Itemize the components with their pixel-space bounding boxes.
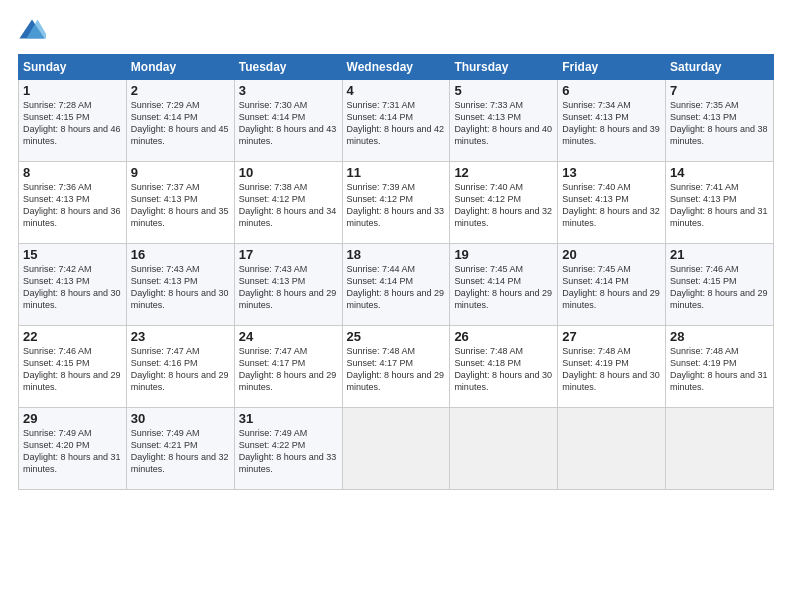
cell-info: Sunrise: 7:29 AMSunset: 4:14 PMDaylight:… (131, 99, 230, 148)
cell-info: Sunrise: 7:49 AMSunset: 4:21 PMDaylight:… (131, 427, 230, 476)
cell-info: Sunrise: 7:47 AMSunset: 4:17 PMDaylight:… (239, 345, 338, 394)
cell-info: Sunrise: 7:49 AMSunset: 4:20 PMDaylight:… (23, 427, 122, 476)
cell-info: Sunrise: 7:38 AMSunset: 4:12 PMDaylight:… (239, 181, 338, 230)
day-number: 23 (131, 329, 230, 344)
page: SundayMondayTuesdayWednesdayThursdayFrid… (0, 0, 792, 612)
day-number: 11 (347, 165, 446, 180)
day-number: 13 (562, 165, 661, 180)
day-number: 4 (347, 83, 446, 98)
weekday-header: Monday (126, 55, 234, 80)
calendar-cell (342, 408, 450, 490)
cell-info: Sunrise: 7:47 AMSunset: 4:16 PMDaylight:… (131, 345, 230, 394)
cell-info: Sunrise: 7:34 AMSunset: 4:13 PMDaylight:… (562, 99, 661, 148)
day-number: 21 (670, 247, 769, 262)
calendar-cell: 2 Sunrise: 7:29 AMSunset: 4:14 PMDayligh… (126, 80, 234, 162)
day-number: 31 (239, 411, 338, 426)
day-number: 7 (670, 83, 769, 98)
cell-info: Sunrise: 7:43 AMSunset: 4:13 PMDaylight:… (131, 263, 230, 312)
calendar-cell: 4 Sunrise: 7:31 AMSunset: 4:14 PMDayligh… (342, 80, 450, 162)
calendar-cell (558, 408, 666, 490)
calendar-cell: 20 Sunrise: 7:45 AMSunset: 4:14 PMDaylig… (558, 244, 666, 326)
day-number: 5 (454, 83, 553, 98)
calendar-cell: 9 Sunrise: 7:37 AMSunset: 4:13 PMDayligh… (126, 162, 234, 244)
calendar-cell: 23 Sunrise: 7:47 AMSunset: 4:16 PMDaylig… (126, 326, 234, 408)
cell-info: Sunrise: 7:40 AMSunset: 4:13 PMDaylight:… (562, 181, 661, 230)
day-number: 15 (23, 247, 122, 262)
cell-info: Sunrise: 7:39 AMSunset: 4:12 PMDaylight:… (347, 181, 446, 230)
calendar-cell: 31 Sunrise: 7:49 AMSunset: 4:22 PMDaylig… (234, 408, 342, 490)
day-number: 17 (239, 247, 338, 262)
calendar-cell (450, 408, 558, 490)
cell-info: Sunrise: 7:37 AMSunset: 4:13 PMDaylight:… (131, 181, 230, 230)
cell-info: Sunrise: 7:28 AMSunset: 4:15 PMDaylight:… (23, 99, 122, 148)
cell-info: Sunrise: 7:45 AMSunset: 4:14 PMDaylight:… (454, 263, 553, 312)
calendar-cell: 22 Sunrise: 7:46 AMSunset: 4:15 PMDaylig… (19, 326, 127, 408)
day-number: 2 (131, 83, 230, 98)
day-number: 3 (239, 83, 338, 98)
calendar-cell: 7 Sunrise: 7:35 AMSunset: 4:13 PMDayligh… (666, 80, 774, 162)
calendar-cell: 28 Sunrise: 7:48 AMSunset: 4:19 PMDaylig… (666, 326, 774, 408)
cell-info: Sunrise: 7:44 AMSunset: 4:14 PMDaylight:… (347, 263, 446, 312)
cell-info: Sunrise: 7:48 AMSunset: 4:19 PMDaylight:… (562, 345, 661, 394)
weekday-header: Thursday (450, 55, 558, 80)
cell-info: Sunrise: 7:30 AMSunset: 4:14 PMDaylight:… (239, 99, 338, 148)
calendar-week: 1 Sunrise: 7:28 AMSunset: 4:15 PMDayligh… (19, 80, 774, 162)
day-number: 1 (23, 83, 122, 98)
calendar-cell: 26 Sunrise: 7:48 AMSunset: 4:18 PMDaylig… (450, 326, 558, 408)
weekday-header: Sunday (19, 55, 127, 80)
day-number: 28 (670, 329, 769, 344)
weekday-header: Wednesday (342, 55, 450, 80)
day-number: 19 (454, 247, 553, 262)
day-number: 30 (131, 411, 230, 426)
calendar-week: 29 Sunrise: 7:49 AMSunset: 4:20 PMDaylig… (19, 408, 774, 490)
cell-info: Sunrise: 7:45 AMSunset: 4:14 PMDaylight:… (562, 263, 661, 312)
day-number: 26 (454, 329, 553, 344)
calendar-cell (666, 408, 774, 490)
calendar-cell: 10 Sunrise: 7:38 AMSunset: 4:12 PMDaylig… (234, 162, 342, 244)
calendar-week: 8 Sunrise: 7:36 AMSunset: 4:13 PMDayligh… (19, 162, 774, 244)
cell-info: Sunrise: 7:49 AMSunset: 4:22 PMDaylight:… (239, 427, 338, 476)
cell-info: Sunrise: 7:36 AMSunset: 4:13 PMDaylight:… (23, 181, 122, 230)
logo-icon (18, 16, 46, 44)
calendar-cell: 29 Sunrise: 7:49 AMSunset: 4:20 PMDaylig… (19, 408, 127, 490)
calendar-cell: 18 Sunrise: 7:44 AMSunset: 4:14 PMDaylig… (342, 244, 450, 326)
day-number: 12 (454, 165, 553, 180)
cell-info: Sunrise: 7:48 AMSunset: 4:18 PMDaylight:… (454, 345, 553, 394)
day-number: 6 (562, 83, 661, 98)
day-number: 27 (562, 329, 661, 344)
calendar-cell: 12 Sunrise: 7:40 AMSunset: 4:12 PMDaylig… (450, 162, 558, 244)
day-number: 24 (239, 329, 338, 344)
calendar-cell: 25 Sunrise: 7:48 AMSunset: 4:17 PMDaylig… (342, 326, 450, 408)
cell-info: Sunrise: 7:42 AMSunset: 4:13 PMDaylight:… (23, 263, 122, 312)
cell-info: Sunrise: 7:35 AMSunset: 4:13 PMDaylight:… (670, 99, 769, 148)
weekday-header: Tuesday (234, 55, 342, 80)
day-number: 16 (131, 247, 230, 262)
logo (18, 16, 50, 44)
calendar-cell: 19 Sunrise: 7:45 AMSunset: 4:14 PMDaylig… (450, 244, 558, 326)
cell-info: Sunrise: 7:46 AMSunset: 4:15 PMDaylight:… (670, 263, 769, 312)
calendar-cell: 17 Sunrise: 7:43 AMSunset: 4:13 PMDaylig… (234, 244, 342, 326)
cell-info: Sunrise: 7:33 AMSunset: 4:13 PMDaylight:… (454, 99, 553, 148)
calendar-cell: 14 Sunrise: 7:41 AMSunset: 4:13 PMDaylig… (666, 162, 774, 244)
calendar-week: 22 Sunrise: 7:46 AMSunset: 4:15 PMDaylig… (19, 326, 774, 408)
calendar-cell: 1 Sunrise: 7:28 AMSunset: 4:15 PMDayligh… (19, 80, 127, 162)
calendar-week: 15 Sunrise: 7:42 AMSunset: 4:13 PMDaylig… (19, 244, 774, 326)
calendar-cell: 24 Sunrise: 7:47 AMSunset: 4:17 PMDaylig… (234, 326, 342, 408)
day-number: 25 (347, 329, 446, 344)
calendar-cell: 5 Sunrise: 7:33 AMSunset: 4:13 PMDayligh… (450, 80, 558, 162)
cell-info: Sunrise: 7:46 AMSunset: 4:15 PMDaylight:… (23, 345, 122, 394)
weekday-header: Friday (558, 55, 666, 80)
cell-info: Sunrise: 7:48 AMSunset: 4:17 PMDaylight:… (347, 345, 446, 394)
calendar-cell: 8 Sunrise: 7:36 AMSunset: 4:13 PMDayligh… (19, 162, 127, 244)
day-number: 8 (23, 165, 122, 180)
calendar-cell: 15 Sunrise: 7:42 AMSunset: 4:13 PMDaylig… (19, 244, 127, 326)
calendar-cell: 11 Sunrise: 7:39 AMSunset: 4:12 PMDaylig… (342, 162, 450, 244)
cell-info: Sunrise: 7:40 AMSunset: 4:12 PMDaylight:… (454, 181, 553, 230)
calendar-cell: 21 Sunrise: 7:46 AMSunset: 4:15 PMDaylig… (666, 244, 774, 326)
calendar-cell: 30 Sunrise: 7:49 AMSunset: 4:21 PMDaylig… (126, 408, 234, 490)
weekday-header: Saturday (666, 55, 774, 80)
cell-info: Sunrise: 7:41 AMSunset: 4:13 PMDaylight:… (670, 181, 769, 230)
day-number: 22 (23, 329, 122, 344)
calendar-cell: 13 Sunrise: 7:40 AMSunset: 4:13 PMDaylig… (558, 162, 666, 244)
calendar-cell: 27 Sunrise: 7:48 AMSunset: 4:19 PMDaylig… (558, 326, 666, 408)
